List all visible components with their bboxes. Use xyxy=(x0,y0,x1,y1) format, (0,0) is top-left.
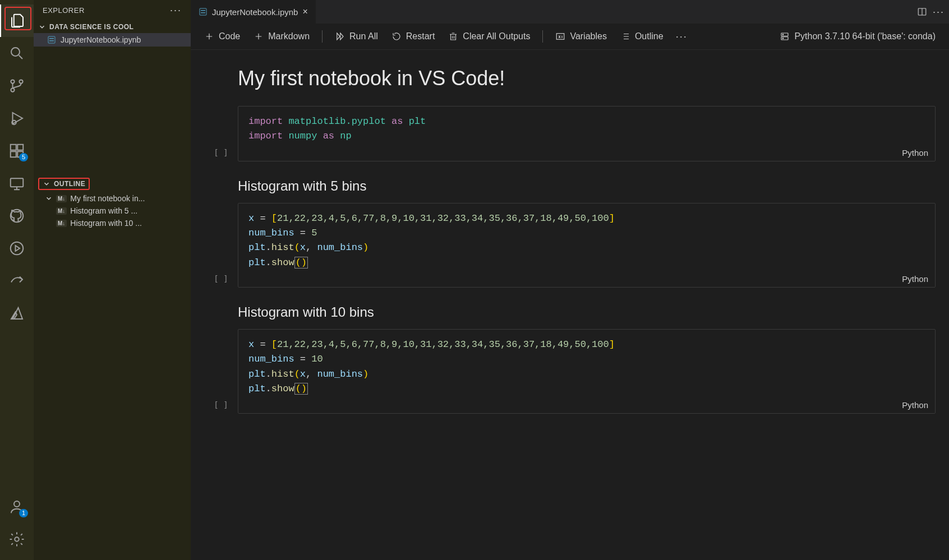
activity-bar: 5 1 xyxy=(0,0,34,560)
editor-area: JupyterNotebook.ipynb × ··· Code Markdow… xyxy=(191,0,949,560)
activity-explorer[interactable] xyxy=(0,4,34,37)
chevron-down-icon xyxy=(38,23,46,31)
activity-github[interactable] xyxy=(0,200,34,232)
activity-settings[interactable] xyxy=(0,523,34,556)
cell-language[interactable]: Python xyxy=(902,148,928,158)
code-cell-3[interactable]: [ ] x = [21,22,23,4,5,6,77,8,9,10,31,32,… xyxy=(204,329,936,414)
cell-prompt: [ ] xyxy=(204,329,238,414)
activity-run-debug[interactable] xyxy=(0,102,34,135)
cell-language[interactable]: Python xyxy=(902,274,928,284)
variables-icon xyxy=(555,31,565,41)
activity-azure[interactable] xyxy=(0,297,34,330)
cell-language[interactable]: Python xyxy=(902,400,928,410)
kernel-selector[interactable]: Python 3.7.10 64-bit ('base': conda) xyxy=(775,29,940,44)
svg-point-12 xyxy=(14,501,20,507)
folder-header[interactable]: DATA SCIENCE IS COOL xyxy=(34,21,191,33)
editor-more[interactable]: ··· xyxy=(933,6,945,18)
code-cell-2[interactable]: [ ] x = [21,22,23,4,5,6,77,8,9,10,31,32,… xyxy=(204,203,936,288)
outline-label: My first notebook in... xyxy=(70,194,145,203)
variables-button[interactable]: Variables xyxy=(551,29,611,44)
cell-prompt: [ ] xyxy=(204,203,238,288)
chevron-down-icon xyxy=(43,180,50,188)
svg-rect-18 xyxy=(201,10,205,11)
code-content[interactable]: import matplotlib.pyplot as plt import n… xyxy=(238,110,935,158)
outline-icon xyxy=(620,31,630,41)
file-item[interactable]: JupyterNotebook.ipynb xyxy=(34,33,191,47)
markdown-icon: M↓ xyxy=(56,207,67,215)
outline-item-h2b[interactable]: M↓ Histogram with 10 ... xyxy=(34,217,191,229)
outline-label: Histogram with 5 ... xyxy=(70,206,137,215)
svg-point-0 xyxy=(11,48,20,56)
split-editor-icon[interactable] xyxy=(917,7,927,17)
restart-icon xyxy=(391,31,402,41)
server-icon xyxy=(780,31,790,41)
svg-point-1 xyxy=(11,80,14,83)
remote-icon xyxy=(8,175,25,192)
sidebar-title: EXPLORER xyxy=(43,6,85,15)
toolbar-more[interactable]: ··· xyxy=(676,31,688,43)
svg-point-13 xyxy=(15,537,19,542)
variables-label: Variables xyxy=(570,31,607,41)
file-name: JupyterNotebook.ipynb xyxy=(61,35,141,44)
share-icon xyxy=(8,272,25,289)
outline-header[interactable]: OUTLINE xyxy=(34,175,191,192)
close-icon[interactable]: × xyxy=(302,7,307,17)
search-icon xyxy=(8,45,25,62)
azure-icon xyxy=(8,305,25,322)
tab-notebook[interactable]: JupyterNotebook.ipynb × xyxy=(191,0,316,24)
add-code-button[interactable]: Code xyxy=(200,29,245,44)
notebook-toolbar: Code Markdown Run All Restart Clear All … xyxy=(191,24,949,50)
activity-accounts[interactable]: 1 xyxy=(0,490,34,523)
outline-title: OUTLINE xyxy=(54,180,85,188)
activity-source-control[interactable] xyxy=(0,70,34,102)
tab-bar: JupyterNotebook.ipynb × ··· xyxy=(191,0,949,24)
files-icon xyxy=(9,12,26,29)
svg-point-24 xyxy=(783,34,784,35)
activity-search[interactable] xyxy=(0,37,34,70)
svg-rect-17 xyxy=(200,8,206,15)
sidebar-header: EXPLORER ··· xyxy=(34,0,191,21)
svg-rect-15 xyxy=(49,38,54,39)
code-cell-1[interactable]: [ ] import matplotlib.pyplot as plt impo… xyxy=(204,106,936,161)
svg-rect-21 xyxy=(557,34,565,40)
svg-point-11 xyxy=(11,242,24,255)
svg-point-3 xyxy=(19,80,22,83)
clear-outputs-label: Clear All Outputs xyxy=(463,31,530,41)
svg-rect-9 xyxy=(11,178,24,187)
run-all-button[interactable]: Run All xyxy=(330,29,383,44)
separator xyxy=(322,30,323,43)
activity-playwright[interactable] xyxy=(0,232,34,265)
restart-button[interactable]: Restart xyxy=(387,29,440,44)
sidebar: EXPLORER ··· DATA SCIENCE IS COOL Jupyte… xyxy=(34,0,191,560)
add-markdown-button[interactable]: Markdown xyxy=(249,29,314,44)
sidebar-more[interactable]: ··· xyxy=(170,4,182,16)
activity-share[interactable] xyxy=(0,265,34,297)
run-all-label: Run All xyxy=(349,31,378,41)
code-content[interactable]: x = [21,22,23,4,5,6,77,8,9,10,31,32,33,3… xyxy=(238,333,935,410)
notebook-file-icon xyxy=(199,7,208,16)
plus-icon xyxy=(254,31,264,41)
heading-5bins: Histogram with 5 bins xyxy=(238,178,924,194)
tab-label: JupyterNotebook.ipynb xyxy=(212,7,298,17)
activity-remote[interactable] xyxy=(0,167,34,200)
heading-10bins: Histogram with 10 bins xyxy=(238,304,924,320)
svg-rect-5 xyxy=(11,145,16,150)
plus-icon xyxy=(204,31,214,41)
notebook-body[interactable]: My first notebook in VS Code! [ ] import… xyxy=(191,50,949,560)
play-debug-icon xyxy=(8,110,25,127)
svg-point-2 xyxy=(11,88,14,91)
outline-button[interactable]: Outline xyxy=(616,29,668,44)
svg-rect-19 xyxy=(201,12,205,13)
clear-icon xyxy=(448,31,458,41)
folder-name: DATA SCIENCE IS COOL xyxy=(49,23,133,31)
outline-item-h1[interactable]: M↓ My first notebook in... xyxy=(34,192,191,205)
clear-outputs-button[interactable]: Clear All Outputs xyxy=(444,29,535,44)
separator xyxy=(542,30,543,43)
cell-prompt: [ ] xyxy=(204,106,238,161)
activity-extensions[interactable]: 5 xyxy=(0,135,34,167)
code-content[interactable]: x = [21,22,23,4,5,6,77,8,9,10,31,32,33,3… xyxy=(238,207,935,284)
branch-icon xyxy=(8,77,25,94)
restart-label: Restart xyxy=(406,31,435,41)
outline-item-h2a[interactable]: M↓ Histogram with 5 ... xyxy=(34,205,191,217)
outline-label: Histogram with 10 ... xyxy=(70,219,142,228)
